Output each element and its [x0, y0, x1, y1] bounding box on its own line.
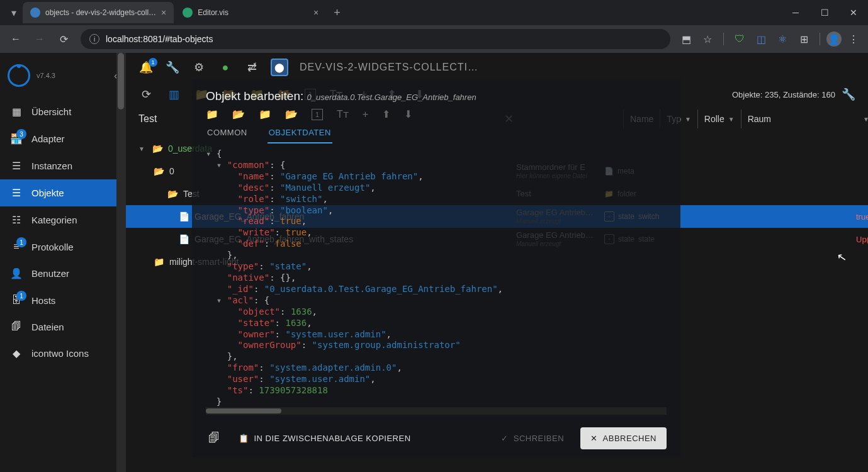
row-name: 0_userdata [168, 143, 212, 154]
install-app-icon[interactable]: ⬒ [677, 30, 696, 48]
close-tab-icon[interactable]: × [161, 8, 166, 18]
dropdown-icon: ▼ [728, 116, 735, 123]
tree-row[interactable]: 📂TestTest📁folder664✎🗑 [126, 183, 868, 205]
file-icon: 📄 [179, 211, 189, 222]
menu-icon[interactable]: ⋮ [844, 30, 863, 48]
row-name: 0 [169, 166, 174, 176]
tree-row[interactable]: ▼📂0_userdata—🗑 [126, 137, 868, 160]
extension-area: ⬒ ☆ 🛡 ◫ ⚛ ⊞ 👤 ⋮ [677, 30, 863, 48]
row-desc: Test [516, 189, 531, 198]
object-tree: ▼📂0_userdata—🗑📂0Stammordner für EHier kö… [126, 133, 868, 277]
settings-wrench-icon[interactable]: 🔧 [842, 87, 855, 101]
minimize-button[interactable]: ─ [781, 0, 810, 25]
tree-row[interactable]: 📄Garage_EG_Antrieb_fahren_with_statesGar… [126, 228, 868, 250]
react-ext-icon[interactable]: ⚛ [773, 30, 792, 48]
folder-open-icon: 📂 [167, 189, 178, 199]
tab-title: objects - dev-vis-2-widgets-coll… [45, 8, 156, 17]
reload-button[interactable]: ⟳ [53, 28, 74, 50]
upload-icon[interactable]: ⬆ [384, 87, 399, 101]
header-room[interactable]: Raum▼ [741, 110, 868, 128]
sidebar-label: Adapter [31, 133, 65, 144]
new-tab-button[interactable]: + [327, 6, 347, 20]
row-name: Test [183, 189, 200, 199]
folder-open-icon[interactable]: 📂 [222, 87, 237, 101]
logs-badge: 1 [16, 237, 26, 247]
tab-objects[interactable]: objects - dev-vis-2-widgets-coll… × [23, 2, 174, 23]
sidebar-label: Übersicht [31, 106, 71, 117]
sidebar-item-overview[interactable]: ▦ Übersicht [0, 98, 125, 125]
main-toolbar: 🔔1 🔧 ⚙ ● ⇄̸ ⬤ DEV-VIS-2-WIDGETS-COLLECTI… [126, 53, 868, 82]
dropdown-icon: ▼ [863, 116, 868, 123]
notifications-icon[interactable]: 🔔1 [138, 60, 154, 74]
sidebar-item-adapter[interactable]: 🏪3 Adapter [0, 125, 125, 152]
sidebar-item-files[interactable]: 🗐 Dateien [0, 313, 125, 340]
notif-count: 1 [149, 58, 157, 67]
adapter-badge: 3 [16, 129, 26, 139]
bookmark-icon[interactable]: ☆ [698, 30, 717, 48]
password-ext-icon[interactable]: ◫ [752, 30, 770, 48]
tree-row[interactable]: 📁milight-smart-light…—🗑 [126, 250, 868, 273]
tree-row[interactable]: 📂0Stammordner für EHier können eigene Da… [126, 160, 868, 183]
columns-icon[interactable]: ▥ [166, 87, 181, 101]
user-icon: 👤 [10, 267, 23, 279]
host-logo-icon[interactable]: ⬤ [271, 59, 288, 76]
download-icon[interactable]: ⬇ [412, 87, 427, 101]
sidebar-item-hosts[interactable]: 🗄1 Hosts [0, 287, 125, 313]
separator [723, 33, 724, 45]
sync-off-icon[interactable]: ⇄̸ [244, 60, 259, 74]
add-icon[interactable]: + [356, 88, 371, 101]
status-icon[interactable]: ● [218, 61, 233, 74]
sidebar-label: Kategorien [31, 215, 77, 225]
row-type: ◦state switch [604, 211, 659, 222]
gear-icon[interactable]: ⚙ [191, 60, 206, 74]
sidebar-item-objects[interactable]: ☰ Objekte [0, 179, 125, 206]
row-name: Garage_EG_Antrieb_fahren [194, 211, 304, 222]
sidebar-label: Hosts [31, 295, 55, 306]
sidebar-item-categories[interactable]: ☷ Kategorien [0, 206, 125, 233]
files-icon: 🗐 [10, 321, 23, 332]
close-window-button[interactable]: ✕ [839, 0, 868, 25]
hosts-badge: 1 [16, 291, 26, 301]
close-tab-icon[interactable]: × [313, 8, 318, 18]
expand-icon[interactable]: ▼ [138, 145, 145, 152]
wrench-icon[interactable]: 🔧 [165, 60, 180, 74]
row-value[interactable]: true [856, 212, 868, 222]
row-value[interactable]: Up(true) [856, 235, 868, 244]
folder-icon[interactable]: 📁 [194, 87, 209, 101]
back-button[interactable]: ← [5, 28, 26, 50]
app-root: v7.4.3 ‹ ▦ Übersicht 🏪3 Adapter ☰ Instan… [0, 53, 868, 472]
header-name[interactable]: Name [623, 110, 660, 128]
site-info-icon[interactable]: i [89, 34, 99, 44]
forward-button[interactable]: → [29, 28, 50, 50]
folder-alt-icon[interactable]: 📁 [249, 87, 264, 101]
address-bar[interactable]: i localhost:8081/#tab-objects [81, 29, 670, 49]
refresh-icon[interactable]: ⟳ [138, 87, 154, 101]
folder-alt2-icon[interactable]: 📂 [277, 87, 292, 101]
sidebar: v7.4.3 ‹ ▦ Übersicht 🏪3 Adapter ☰ Instan… [0, 53, 126, 472]
extensions-icon[interactable]: ⊞ [794, 30, 813, 48]
list-icon: ☰ [10, 187, 23, 199]
history-dropdown[interactable]: ▾ [5, 7, 23, 19]
text-icon[interactable]: Tᴛ [329, 87, 344, 101]
dropdown-icon: ▼ [685, 116, 691, 123]
profile-icon[interactable]: 👤 [826, 31, 842, 47]
one-icon[interactable]: 1 [305, 89, 316, 100]
sidebar-label: Objekte [31, 188, 64, 198]
iobroker-favicon [30, 8, 40, 18]
row-desc: Garage EG Antrieb…Manuell erzeugt [516, 231, 594, 247]
sidebar-label: Benutzer [31, 268, 69, 279]
window-controls: ─ ☐ ✕ [781, 0, 868, 25]
sidebar-item-users[interactable]: 👤 Benutzer [0, 260, 125, 287]
tab-editor[interactable]: Editor.vis × [175, 2, 326, 23]
tree-row[interactable]: 📄Garage_EG_Antrieb_fahrenGarage EG Antri… [126, 205, 868, 228]
header-role[interactable]: Rolle▼ [697, 110, 741, 128]
sidebar-item-icons[interactable]: ◆ icontwo Icons [0, 340, 125, 367]
sidebar-scrollbar[interactable] [116, 53, 125, 472]
header-type[interactable]: Typ▼ [660, 110, 697, 128]
maximize-button[interactable]: ☐ [810, 0, 839, 25]
separator [820, 33, 820, 45]
row-type: 📄meta [604, 167, 634, 176]
sidebar-item-logs[interactable]: ≡1 Protokolle [0, 233, 125, 260]
shield-ext-icon[interactable]: 🛡 [730, 30, 749, 48]
sidebar-item-instances[interactable]: ☰ Instanzen [0, 152, 125, 179]
